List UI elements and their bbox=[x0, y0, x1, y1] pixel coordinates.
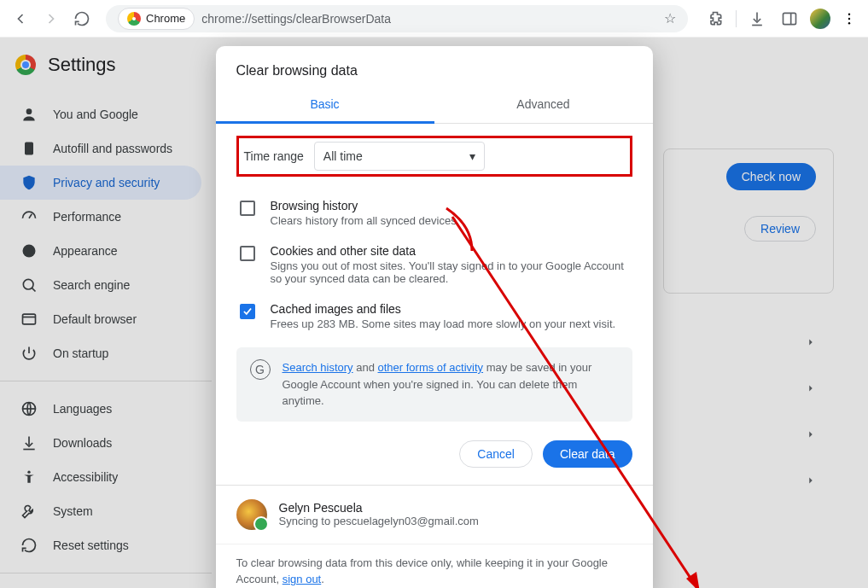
back-icon[interactable] bbox=[9, 7, 32, 31]
checkbox[interactable] bbox=[240, 201, 255, 216]
user-name: Gelyn Pescuela bbox=[279, 501, 479, 515]
toolbar-right bbox=[695, 7, 859, 31]
tab-advanced[interactable]: Advanced bbox=[434, 85, 653, 123]
svg-point-2 bbox=[848, 13, 850, 15]
checkbox[interactable] bbox=[240, 246, 255, 261]
page-area: Settings You and Google Autofill and pas… bbox=[0, 38, 868, 588]
option-title: Cached images and files bbox=[271, 302, 616, 316]
omnibox-url: chrome://settings/clearBrowserData bbox=[201, 12, 657, 26]
sign-out-link[interactable]: sign out bbox=[283, 573, 322, 585]
chevron-down-icon: ▾ bbox=[469, 149, 475, 163]
dialog-tabs: Basic Advanced bbox=[216, 85, 653, 124]
option-title: Browsing history bbox=[271, 199, 457, 212]
search-history-link[interactable]: Search history bbox=[283, 361, 353, 374]
browser-toolbar: Chrome chrome://settings/clearBrowserDat… bbox=[0, 0, 868, 38]
downloads-icon[interactable] bbox=[745, 7, 769, 31]
option-cookies[interactable]: Cookies and other site data Signs you ou… bbox=[236, 236, 632, 294]
other-activity-link[interactable]: other forms of activity bbox=[378, 361, 484, 374]
time-range-value: All time bbox=[323, 149, 363, 163]
time-range-select[interactable]: All time ▾ bbox=[314, 142, 485, 171]
user-avatar bbox=[236, 499, 267, 530]
extensions-icon[interactable] bbox=[703, 7, 727, 31]
profile-avatar[interactable] bbox=[810, 9, 830, 29]
info-text: Search history and other forms of activi… bbox=[283, 359, 619, 410]
dialog-actions: Cancel Clear data bbox=[216, 427, 653, 485]
time-range-label: Time range bbox=[244, 149, 304, 163]
google-g-icon: G bbox=[250, 359, 271, 380]
clear-data-button[interactable]: Clear data bbox=[543, 440, 632, 468]
option-desc: Frees up 283 MB. Some sites may load mor… bbox=[271, 317, 616, 330]
reload-icon[interactable] bbox=[70, 7, 94, 31]
toolbar-separator bbox=[736, 10, 737, 27]
option-browsing-history[interactable]: Browsing history Clears history from all… bbox=[236, 190, 632, 236]
sync-footer: Gelyn Pescuela Syncing to pescuelagelyn0… bbox=[216, 485, 653, 544]
omnibox-chip: Chrome bbox=[118, 8, 195, 30]
omnibox-chip-label: Chrome bbox=[146, 12, 185, 25]
info-box: G Search history and other forms of acti… bbox=[236, 347, 632, 422]
dialog-body: Time range All time ▾ Browsing history C… bbox=[216, 124, 653, 427]
option-cache[interactable]: Cached images and files Frees up 283 MB.… bbox=[236, 294, 632, 339]
option-desc: Clears history from all synced devices bbox=[271, 214, 457, 227]
sync-status: Syncing to pescuelagelyn03@gmail.com bbox=[279, 515, 479, 527]
option-title: Cookies and other site data bbox=[271, 244, 629, 258]
tab-basic[interactable]: Basic bbox=[216, 85, 434, 123]
kebab-menu-icon[interactable] bbox=[839, 9, 859, 29]
bookmark-star-icon[interactable]: ☆ bbox=[664, 10, 676, 26]
dialog-title: Clear browsing data bbox=[216, 46, 653, 85]
clear-browsing-data-dialog: Clear browsing data Basic Advanced Time … bbox=[216, 46, 653, 588]
checkbox[interactable] bbox=[240, 304, 255, 319]
option-desc: Signs you out of most sites. You'll stay… bbox=[271, 259, 629, 285]
omnibox[interactable]: Chrome chrome://settings/clearBrowserDat… bbox=[106, 5, 688, 32]
cancel-button[interactable]: Cancel bbox=[459, 440, 533, 468]
svg-point-4 bbox=[848, 22, 850, 24]
panel-icon[interactable] bbox=[778, 7, 801, 31]
chrome-logo-icon bbox=[127, 12, 141, 26]
forward-icon[interactable] bbox=[39, 7, 63, 31]
svg-point-3 bbox=[848, 17, 850, 19]
dialog-footnote: To clear browsing data from this device … bbox=[216, 544, 653, 589]
time-range-row: Time range All time ▾ bbox=[236, 136, 632, 177]
svg-rect-0 bbox=[784, 13, 796, 24]
